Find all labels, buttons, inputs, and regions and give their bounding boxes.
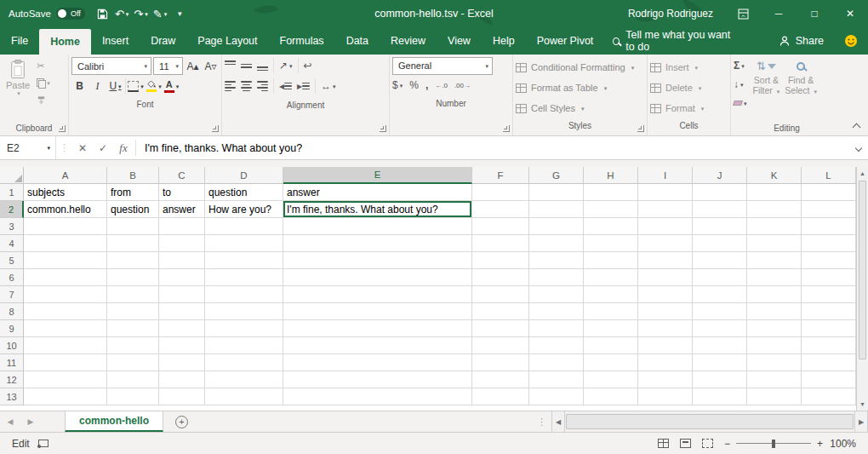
column-header-I[interactable]: I [638, 167, 693, 184]
cell-C1[interactable]: to [159, 184, 205, 201]
column-header-A[interactable]: A [24, 167, 107, 184]
paste-button[interactable]: Paste ▾ [3, 57, 33, 98]
cell-B1[interactable]: from [107, 184, 159, 201]
cell-K5[interactable] [747, 252, 802, 269]
font-size-select[interactable]: 11▾ [153, 57, 183, 75]
cell-L8[interactable] [802, 303, 856, 320]
number-dialog-launcher[interactable] [503, 125, 510, 132]
cell-D10[interactable] [205, 337, 283, 354]
cell-C11[interactable] [159, 354, 205, 371]
font-color-button[interactable]: A ▾ [163, 78, 180, 95]
cell-D5[interactable] [205, 252, 283, 269]
cell-L3[interactable] [802, 218, 856, 235]
scroll-left-button[interactable]: ◀ [551, 411, 565, 432]
ribbon-display-options-button[interactable] [725, 0, 761, 27]
insert-function-button[interactable]: fx [113, 136, 134, 159]
row-header-11[interactable]: 11 [0, 354, 24, 371]
cell-H5[interactable] [584, 252, 638, 269]
cell-D11[interactable] [205, 354, 283, 371]
cell-D2[interactable]: How are you? [205, 201, 283, 218]
cell-G6[interactable] [529, 269, 584, 286]
sheet-nav-left-button[interactable]: ◀ [0, 411, 20, 432]
feedback-button[interactable] [834, 27, 868, 55]
cell-E5[interactable] [283, 252, 472, 269]
cell-C10[interactable] [159, 337, 205, 354]
column-header-J[interactable]: J [693, 167, 747, 184]
sheet-tab-common-hello[interactable]: common-hello [65, 411, 163, 432]
column-header-H[interactable]: H [584, 167, 638, 184]
cell-B4[interactable] [107, 235, 159, 252]
autosave-toggle[interactable]: AutoSave Off [0, 8, 94, 20]
cell-C4[interactable] [159, 235, 205, 252]
bold-button[interactable]: B [71, 78, 88, 95]
row-header-4[interactable]: 4 [0, 235, 24, 252]
close-button[interactable]: ✕ [832, 0, 868, 27]
tab-data[interactable]: Data [335, 27, 380, 55]
maximize-button[interactable]: □ [797, 0, 832, 27]
cell-B3[interactable] [107, 218, 159, 235]
tab-page-layout[interactable]: Page Layout [186, 27, 268, 55]
format-painter-button[interactable] [37, 93, 50, 107]
cell-F1[interactable] [472, 184, 529, 201]
borders-button[interactable]: ▾ [128, 78, 144, 95]
cell-H2[interactable] [584, 201, 638, 218]
horizontal-scroll-track[interactable] [565, 411, 854, 432]
share-button[interactable]: Share [768, 27, 834, 55]
expand-formula-bar-button[interactable] [849, 136, 868, 159]
vertical-scrollbar[interactable]: ▲ ▼ [856, 167, 868, 411]
cell-E3[interactable] [283, 218, 472, 235]
cell-C8[interactable] [159, 303, 205, 320]
cell-H11[interactable] [584, 354, 638, 371]
tab-home[interactable]: Home [39, 29, 91, 55]
row-header-9[interactable]: 9 [0, 320, 24, 337]
cell-G9[interactable] [529, 320, 584, 337]
vertical-scroll-track[interactable] [857, 360, 868, 398]
cell-H8[interactable] [584, 303, 638, 320]
cell-D8[interactable] [205, 303, 283, 320]
cell-B11[interactable] [107, 354, 159, 371]
cell-E2[interactable]: I'm fine, thanks. What about you? [283, 201, 472, 218]
tell-me-box[interactable]: Tell me what you want to do [604, 27, 745, 55]
redo-button[interactable]: ↷▾ [131, 2, 150, 26]
styles-dialog-launcher[interactable] [637, 125, 644, 132]
merge-center-button[interactable]: ↔▾ [321, 80, 336, 92]
cell-E12[interactable] [283, 371, 472, 388]
cell-I13[interactable] [638, 388, 693, 405]
cell-B2[interactable]: question [107, 201, 159, 218]
cell-A9[interactable] [24, 320, 107, 337]
cell-G10[interactable] [529, 337, 584, 354]
scroll-down-button[interactable]: ▼ [857, 398, 868, 411]
row-header-7[interactable]: 7 [0, 286, 24, 303]
cell-C3[interactable] [159, 218, 205, 235]
cell-K1[interactable] [747, 184, 802, 201]
cell-A7[interactable] [24, 286, 107, 303]
top-align-icon[interactable] [225, 60, 236, 71]
cell-K9[interactable] [747, 320, 802, 337]
cell-I7[interactable] [638, 286, 693, 303]
select-all-button[interactable] [0, 167, 24, 184]
cell-I10[interactable] [638, 337, 693, 354]
cell-J7[interactable] [693, 286, 747, 303]
cell-F3[interactable] [472, 218, 529, 235]
cell-A4[interactable] [24, 235, 107, 252]
minimize-button[interactable]: ─ [761, 0, 797, 27]
cell-L7[interactable] [802, 286, 856, 303]
underline-button[interactable]: U▾ [107, 78, 123, 95]
formula-input[interactable]: I'm fine, thanks. What about you? [138, 136, 849, 159]
cell-E11[interactable] [283, 354, 472, 371]
cell-K8[interactable] [747, 303, 802, 320]
accounting-format-button[interactable]: $▾ [392, 79, 403, 91]
cell-A8[interactable] [24, 303, 107, 320]
cell-J10[interactable] [693, 337, 747, 354]
delete-cells-button[interactable]: Delete▾ [650, 78, 728, 98]
cell-L6[interactable] [802, 269, 856, 286]
tab-view[interactable]: View [437, 27, 482, 55]
cell-H6[interactable] [584, 269, 638, 286]
cell-F13[interactable] [472, 388, 529, 405]
cell-A11[interactable] [24, 354, 107, 371]
align-left-icon[interactable] [225, 81, 236, 91]
decrease-decimal-button[interactable]: .00→ [454, 82, 471, 89]
fill-button[interactable]: ↓▾ [734, 76, 747, 93]
cell-styles-button[interactable]: Cell Styles ▾ [516, 98, 644, 118]
tab-power-pivot[interactable]: Power Pivot [526, 27, 605, 55]
